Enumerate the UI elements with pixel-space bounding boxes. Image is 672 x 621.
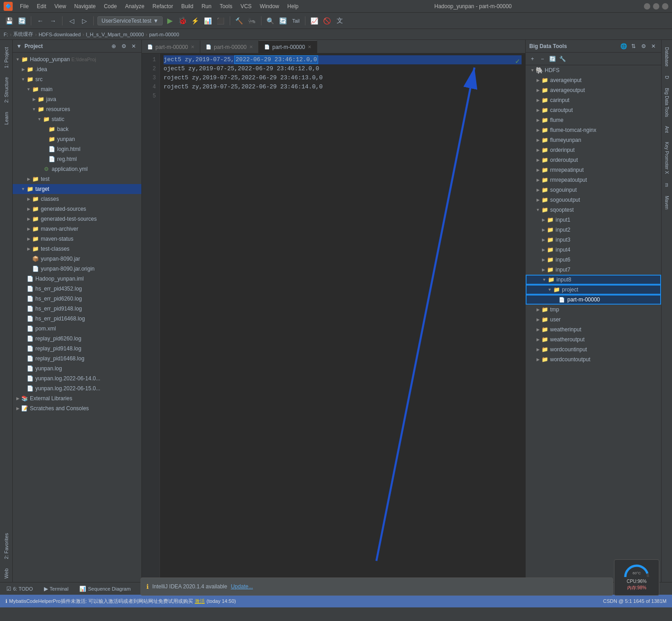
- stop-button[interactable]: ⬛: [215, 15, 226, 26]
- bdt-settings-button[interactable]: ⚙: [639, 42, 648, 50]
- hdfs-orderinput[interactable]: ▶ 📁 orderinput: [526, 145, 661, 155]
- bottom-tab-todo[interactable]: ☑ 6: TODO: [4, 585, 36, 593]
- hdfs-flume-tomcat[interactable]: ▶ 📁 flume-tomcat-nginx: [526, 125, 661, 135]
- hdfs-flumeyunpan[interactable]: ▶ 📁 flumeyunpan: [526, 135, 661, 145]
- bdt-add-button[interactable]: +: [528, 55, 537, 63]
- bdt-wrench-button[interactable]: 🔧: [558, 55, 566, 63]
- hdfs-sqooptest[interactable]: ▼ 📁 sqooptest: [526, 205, 661, 215]
- menu-window[interactable]: Window: [256, 2, 283, 10]
- breadcrumb-system[interactable]: 系统缓存: [13, 31, 33, 38]
- vert-tab-ant[interactable]: Ant: [663, 122, 671, 136]
- tree-item-src[interactable]: ▼ 📁 src: [13, 74, 141, 84]
- vert-tab-maven[interactable]: Maven: [663, 192, 671, 213]
- update-link[interactable]: Update...: [231, 583, 253, 590]
- menu-edit[interactable]: Edit: [33, 2, 50, 10]
- menu-view[interactable]: View: [51, 2, 70, 10]
- tree-root[interactable]: ▼ 📁 Hadoop_yunpan E:\IdeaProj: [13, 54, 141, 64]
- tree-item-pom[interactable]: 📄 pom.xml: [13, 324, 141, 334]
- tree-item-hserr3[interactable]: 📄 hs_err_pid9148.log: [13, 304, 141, 314]
- sidebar-tab-learn[interactable]: Learn: [2, 108, 11, 128]
- hdfs-carinput[interactable]: ▶ 📁 carinput: [526, 95, 661, 105]
- vert-tab-m[interactable]: m: [663, 180, 671, 190]
- bdt-globe-button[interactable]: 🌐: [619, 42, 628, 50]
- hdfs-weatheroutput[interactable]: ▶ 📁 weatheroutput: [526, 335, 661, 344]
- tree-item-target[interactable]: ▼ 📁 target: [13, 184, 141, 194]
- vert-tab-d[interactable]: D: [663, 72, 671, 82]
- sidebar-tab-structure[interactable]: 2: Structure: [2, 73, 11, 107]
- activate-link[interactable]: 激活: [195, 598, 205, 605]
- bdt-close-button[interactable]: ✕: [649, 42, 657, 50]
- tree-item-yunpan-log2[interactable]: 📄 yunpan.log.2022-06-15.0...: [13, 383, 141, 393]
- bottom-tab-terminal[interactable]: ▶ Terminal: [41, 585, 72, 593]
- tree-item-yunpan[interactable]: 📁 yunpan: [13, 134, 141, 144]
- tree-item-gen-test-src[interactable]: ▶ 📁 generated-test-sources: [13, 214, 141, 224]
- nav-forward-button[interactable]: ▷: [79, 15, 90, 26]
- tree-item-maven-arch[interactable]: ▶ 📁 maven-archiver: [13, 224, 141, 234]
- tree-item-test[interactable]: ▶ 📁 test: [13, 174, 141, 184]
- tree-item-scratches[interactable]: ▶ 📝 Scratches and Consoles: [13, 403, 141, 413]
- no-entry-button[interactable]: 🚫: [322, 15, 333, 26]
- sync-button[interactable]: 🔄: [16, 15, 27, 26]
- monitor-button[interactable]: 📈: [309, 15, 320, 26]
- tree-item-hserr1[interactable]: 📄 hs_err_pid4352.log: [13, 284, 141, 294]
- hdfs-input8[interactable]: ▼ 📁 input8: [526, 275, 661, 285]
- save-all-button[interactable]: 💾: [4, 15, 15, 26]
- menu-analyze[interactable]: Analyze: [121, 2, 148, 10]
- tree-item-gen-src[interactable]: ▶ 📁 generated-sources: [13, 204, 141, 214]
- tree-item-main[interactable]: ▼ 📁 main: [13, 84, 141, 94]
- hdfs-averageoutput[interactable]: ▶ 📁 averageoutput: [526, 85, 661, 95]
- editor-tab-3[interactable]: 📄 part-m-00000 ✕: [259, 40, 317, 53]
- hdfs-rmrepeatoutput[interactable]: ▶ 📁 rmrepeatoutput: [526, 175, 661, 185]
- sidebar-tab-favorites[interactable]: 2: Favorites: [2, 529, 11, 563]
- profile-button[interactable]: ⚡: [190, 15, 201, 26]
- hdfs-root[interactable]: ▼ 🐘 HDFS: [526, 65, 661, 75]
- menu-file[interactable]: File: [16, 2, 32, 10]
- hdfs-wordcountoutput[interactable]: ▶ 📁 wordcountoutput: [526, 354, 661, 364]
- hdfs-input7[interactable]: ▶ 📁 input7: [526, 265, 661, 275]
- close-button[interactable]: ✕: [662, 3, 668, 10]
- tree-item-static[interactable]: ▼ 📁 static: [13, 114, 141, 124]
- run-config-selector[interactable]: UserServiceTest.test ▼: [97, 16, 163, 25]
- run-button[interactable]: ▶: [164, 15, 175, 26]
- tree-item-idea[interactable]: ▶ 📁 .idea: [13, 64, 141, 74]
- editor-tab-1[interactable]: 📄 part-m-00000 ✕: [142, 40, 200, 53]
- hdfs-input2[interactable]: ▶ 📁 input2: [526, 225, 661, 235]
- code-area[interactable]: ject5 zy,2019-07-25,2022-06-29 23:46:12.…: [160, 53, 525, 582]
- hdfs-sogouinput[interactable]: ▶ 📁 sogouinput: [526, 185, 661, 195]
- tree-item-ext-libs[interactable]: ▶ 📚 External Libraries: [13, 393, 141, 403]
- nav-back-button[interactable]: ◁: [66, 15, 77, 26]
- menu-refactor[interactable]: Refactor: [149, 2, 177, 10]
- tree-item-login-html[interactable]: 📄 login.html: [13, 144, 141, 154]
- bdt-split-button[interactable]: ⇅: [629, 42, 638, 50]
- tree-item-yunpan-log[interactable]: 📄 yunpan.log: [13, 364, 141, 374]
- menu-build[interactable]: Build: [178, 2, 197, 10]
- tree-item-replay2[interactable]: 📄 replay_pid9148.log: [13, 344, 141, 354]
- hdfs-orderoutput[interactable]: ▶ 📁 orderoutput: [526, 155, 661, 165]
- minimize-button[interactable]: ─: [644, 3, 650, 10]
- menu-run[interactable]: Run: [198, 2, 215, 10]
- menu-code[interactable]: Code: [100, 2, 121, 10]
- breadcrumb-folder[interactable]: l_H_s_V_Mpart_m_00000: [86, 32, 144, 37]
- breadcrumb-drive[interactable]: F:: [4, 32, 8, 37]
- tree-item-yunpan-jar-orig[interactable]: 📄 yunpan-8090.jar.origin: [13, 264, 141, 274]
- hdfs-input4[interactable]: ▶ 📁 input4: [526, 245, 661, 255]
- project-dropdown-icon[interactable]: ▼: [16, 43, 22, 49]
- tree-item-hserr4[interactable]: 📄 hs_err_pid16468.log: [13, 314, 141, 324]
- bdt-refresh-button[interactable]: 🔄: [548, 55, 556, 63]
- hdfs-wordcountinput[interactable]: ▶ 📁 wordcountinput: [526, 344, 661, 354]
- sidebar-tab-project[interactable]: 1: Project: [2, 44, 11, 72]
- close-panel-button[interactable]: ✕: [130, 42, 138, 50]
- run-config-dropdown-icon[interactable]: ▼: [153, 18, 159, 24]
- replace-button[interactable]: 🔄: [278, 15, 289, 26]
- tree-item-resources[interactable]: ▼ 📁 resources: [13, 104, 141, 114]
- editor-content[interactable]: 1 2 3 4 5 ject5 zy,2019-07-25,2022-06-29…: [142, 53, 525, 582]
- vert-tab-kp[interactable]: Key Promoter X: [663, 138, 671, 178]
- menu-vcs[interactable]: VCS: [237, 2, 256, 10]
- tree-item-java[interactable]: ▶ 📁 java: [13, 94, 141, 104]
- hdfs-input6[interactable]: ▶ 📁 input6: [526, 255, 661, 265]
- hdfs-rmrepeatinput[interactable]: ▶ 📁 rmrepeatinput: [526, 165, 661, 175]
- tail-button[interactable]: Tail: [290, 15, 301, 26]
- debug-button[interactable]: 🐞: [177, 15, 188, 26]
- tab2-close[interactable]: ✕: [249, 44, 253, 49]
- tree-item-replay3[interactable]: 📄 replay_pid16468.log: [13, 354, 141, 364]
